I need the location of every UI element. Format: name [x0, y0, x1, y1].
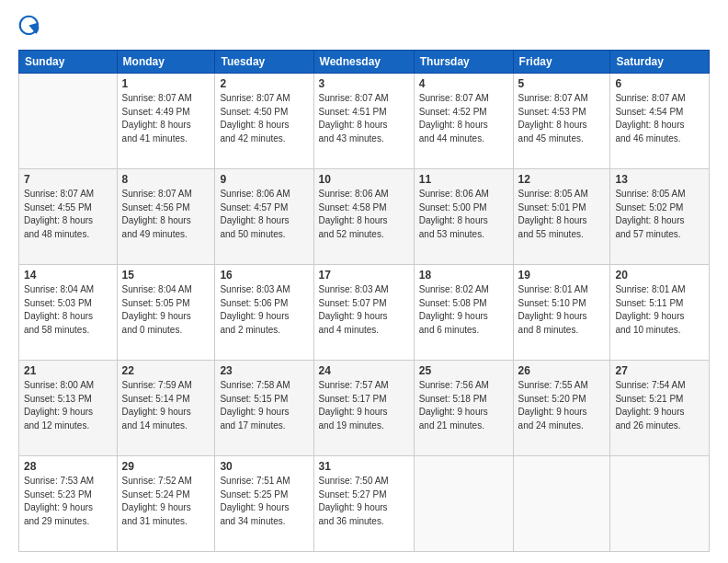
calendar-cell: 16Sunrise: 8:03 AM Sunset: 5:06 PM Dayli…	[215, 265, 313, 361]
day-number: 23	[220, 364, 308, 377]
day-number: 17	[319, 269, 409, 282]
calendar-cell: 30Sunrise: 7:51 AM Sunset: 5:25 PM Dayli…	[215, 456, 313, 552]
calendar-cell: 26Sunrise: 7:55 AM Sunset: 5:20 PM Dayli…	[513, 361, 610, 456]
weekday-header-wednesday: Wednesday	[313, 51, 414, 74]
day-info: Sunrise: 7:52 AM Sunset: 5:24 PM Dayligh…	[122, 475, 210, 528]
day-number: 11	[419, 173, 508, 186]
header	[18, 15, 710, 40]
day-info: Sunrise: 8:06 AM Sunset: 4:58 PM Dayligh…	[319, 188, 409, 241]
day-info: Sunrise: 8:07 AM Sunset: 4:53 PM Dayligh…	[518, 92, 606, 145]
day-info: Sunrise: 8:01 AM Sunset: 5:10 PM Dayligh…	[518, 283, 606, 337]
calendar-cell: 17Sunrise: 8:03 AM Sunset: 5:07 PM Dayli…	[313, 265, 414, 361]
day-number: 4	[419, 77, 508, 90]
day-info: Sunrise: 8:04 AM Sunset: 5:03 PM Dayligh…	[24, 283, 112, 337]
week-row-2: 7Sunrise: 8:07 AM Sunset: 4:55 PM Daylig…	[19, 169, 710, 265]
weekday-header-tuesday: Tuesday	[215, 51, 313, 74]
day-info: Sunrise: 7:56 AM Sunset: 5:18 PM Dayligh…	[419, 379, 508, 432]
calendar-cell: 20Sunrise: 8:01 AM Sunset: 5:11 PM Dayli…	[610, 265, 710, 361]
day-number: 21	[24, 364, 112, 377]
calendar-cell	[610, 456, 710, 552]
day-number: 16	[220, 269, 308, 282]
calendar-cell: 29Sunrise: 7:52 AM Sunset: 5:24 PM Dayli…	[117, 456, 215, 552]
day-number: 18	[419, 269, 508, 282]
day-info: Sunrise: 7:50 AM Sunset: 5:27 PM Dayligh…	[319, 475, 409, 528]
day-info: Sunrise: 8:07 AM Sunset: 4:54 PM Dayligh…	[615, 92, 704, 145]
calendar-cell: 8Sunrise: 8:07 AM Sunset: 4:56 PM Daylig…	[117, 169, 215, 265]
calendar-cell	[19, 74, 118, 169]
day-info: Sunrise: 8:06 AM Sunset: 5:00 PM Dayligh…	[419, 188, 508, 241]
day-number: 10	[319, 173, 409, 186]
day-info: Sunrise: 7:54 AM Sunset: 5:21 PM Dayligh…	[615, 379, 704, 432]
day-info: Sunrise: 8:05 AM Sunset: 5:01 PM Dayligh…	[518, 188, 606, 241]
calendar-cell: 11Sunrise: 8:06 AM Sunset: 5:00 PM Dayli…	[414, 169, 513, 265]
weekday-header-row: SundayMondayTuesdayWednesdayThursdayFrid…	[19, 51, 710, 74]
day-info: Sunrise: 7:51 AM Sunset: 5:25 PM Dayligh…	[220, 475, 308, 528]
day-number: 30	[220, 460, 308, 473]
day-number: 1	[122, 77, 210, 90]
day-info: Sunrise: 8:07 AM Sunset: 4:55 PM Dayligh…	[24, 188, 112, 241]
weekday-header-friday: Friday	[513, 51, 610, 74]
day-info: Sunrise: 8:04 AM Sunset: 5:05 PM Dayligh…	[122, 283, 210, 337]
calendar-cell: 4Sunrise: 8:07 AM Sunset: 4:52 PM Daylig…	[414, 74, 513, 169]
weekday-header-sunday: Sunday	[19, 51, 118, 74]
day-number: 7	[24, 173, 112, 186]
day-info: Sunrise: 8:07 AM Sunset: 4:51 PM Dayligh…	[319, 92, 409, 145]
day-number: 5	[518, 77, 606, 90]
calendar-cell: 5Sunrise: 8:07 AM Sunset: 4:53 PM Daylig…	[513, 74, 610, 169]
weekday-header-thursday: Thursday	[414, 51, 513, 74]
calendar-cell: 22Sunrise: 7:59 AM Sunset: 5:14 PM Dayli…	[117, 361, 215, 456]
calendar-cell: 13Sunrise: 8:05 AM Sunset: 5:02 PM Dayli…	[610, 169, 710, 265]
day-number: 20	[615, 269, 704, 282]
week-row-4: 21Sunrise: 8:00 AM Sunset: 5:13 PM Dayli…	[19, 361, 710, 456]
calendar-cell: 9Sunrise: 8:06 AM Sunset: 4:57 PM Daylig…	[215, 169, 313, 265]
day-info: Sunrise: 8:07 AM Sunset: 4:52 PM Dayligh…	[419, 92, 508, 145]
calendar-cell: 14Sunrise: 8:04 AM Sunset: 5:03 PM Dayli…	[19, 265, 118, 361]
day-info: Sunrise: 7:59 AM Sunset: 5:14 PM Dayligh…	[122, 379, 210, 432]
day-number: 9	[220, 173, 308, 186]
day-number: 29	[122, 460, 210, 473]
day-number: 25	[419, 364, 508, 377]
calendar-cell: 7Sunrise: 8:07 AM Sunset: 4:55 PM Daylig…	[19, 169, 118, 265]
calendar-cell: 15Sunrise: 8:04 AM Sunset: 5:05 PM Dayli…	[117, 265, 215, 361]
calendar-cell: 28Sunrise: 7:53 AM Sunset: 5:23 PM Dayli…	[19, 456, 118, 552]
day-info: Sunrise: 8:01 AM Sunset: 5:11 PM Dayligh…	[615, 283, 704, 337]
calendar-table: SundayMondayTuesdayWednesdayThursdayFrid…	[18, 50, 710, 552]
calendar-cell: 25Sunrise: 7:56 AM Sunset: 5:18 PM Dayli…	[414, 361, 513, 456]
day-info: Sunrise: 8:07 AM Sunset: 4:50 PM Dayligh…	[220, 92, 308, 145]
calendar-cell: 31Sunrise: 7:50 AM Sunset: 5:27 PM Dayli…	[313, 456, 414, 552]
day-info: Sunrise: 8:07 AM Sunset: 4:56 PM Dayligh…	[122, 188, 210, 241]
calendar-cell: 1Sunrise: 8:07 AM Sunset: 4:49 PM Daylig…	[117, 74, 215, 169]
day-info: Sunrise: 7:57 AM Sunset: 5:17 PM Dayligh…	[319, 379, 409, 432]
calendar-cell: 2Sunrise: 8:07 AM Sunset: 4:50 PM Daylig…	[215, 74, 313, 169]
day-number: 24	[319, 364, 409, 377]
day-number: 2	[220, 77, 308, 90]
day-number: 31	[319, 460, 409, 473]
day-info: Sunrise: 7:58 AM Sunset: 5:15 PM Dayligh…	[220, 379, 308, 432]
logo-icon	[18, 15, 44, 40]
day-number: 12	[518, 173, 606, 186]
calendar-cell: 27Sunrise: 7:54 AM Sunset: 5:21 PM Dayli…	[610, 361, 710, 456]
day-number: 3	[319, 77, 409, 90]
calendar-cell: 23Sunrise: 7:58 AM Sunset: 5:15 PM Dayli…	[215, 361, 313, 456]
calendar-cell: 10Sunrise: 8:06 AM Sunset: 4:58 PM Dayli…	[313, 169, 414, 265]
weekday-header-monday: Monday	[117, 51, 215, 74]
day-number: 19	[518, 269, 606, 282]
calendar-cell: 21Sunrise: 8:00 AM Sunset: 5:13 PM Dayli…	[19, 361, 118, 456]
day-number: 28	[24, 460, 112, 473]
day-number: 22	[122, 364, 210, 377]
calendar-cell	[513, 456, 610, 552]
day-info: Sunrise: 8:02 AM Sunset: 5:08 PM Dayligh…	[419, 283, 508, 337]
day-info: Sunrise: 8:07 AM Sunset: 4:49 PM Dayligh…	[122, 92, 210, 145]
day-number: 26	[518, 364, 606, 377]
calendar-cell: 12Sunrise: 8:05 AM Sunset: 5:01 PM Dayli…	[513, 169, 610, 265]
day-number: 14	[24, 269, 112, 282]
day-info: Sunrise: 7:53 AM Sunset: 5:23 PM Dayligh…	[24, 475, 112, 528]
day-info: Sunrise: 8:00 AM Sunset: 5:13 PM Dayligh…	[24, 379, 112, 432]
logo	[18, 15, 48, 40]
day-info: Sunrise: 8:06 AM Sunset: 4:57 PM Dayligh…	[220, 188, 308, 241]
day-number: 8	[122, 173, 210, 186]
calendar-cell: 3Sunrise: 8:07 AM Sunset: 4:51 PM Daylig…	[313, 74, 414, 169]
week-row-5: 28Sunrise: 7:53 AM Sunset: 5:23 PM Dayli…	[19, 456, 710, 552]
week-row-3: 14Sunrise: 8:04 AM Sunset: 5:03 PM Dayli…	[19, 265, 710, 361]
day-info: Sunrise: 8:03 AM Sunset: 5:07 PM Dayligh…	[319, 283, 409, 337]
